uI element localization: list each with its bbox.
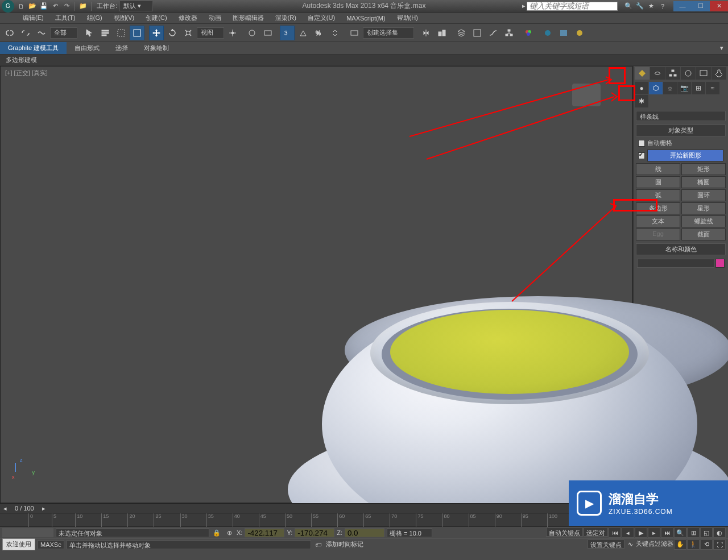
layers-icon[interactable] — [454, 26, 469, 40]
display-tab-icon[interactable] — [696, 67, 711, 80]
text-button[interactable]: 文本 — [636, 215, 680, 227]
select-scale-icon[interactable] — [181, 26, 196, 40]
rectangle-button[interactable]: 矩形 — [681, 163, 726, 175]
select-object-icon[interactable] — [82, 26, 97, 40]
ribbon-tab-paint[interactable]: 对象绘制 — [136, 42, 177, 54]
align-icon[interactable] — [435, 26, 449, 40]
cameras-subtab-icon[interactable]: 📷 — [677, 82, 691, 94]
nav-fov-icon[interactable]: ◐ — [713, 528, 726, 538]
object-name-field[interactable] — [637, 259, 714, 268]
z-coord-field[interactable] — [345, 528, 384, 537]
menu-maxscript[interactable]: MAXScript(M) — [341, 14, 391, 23]
star-button[interactable]: 星形 — [681, 202, 726, 214]
project-icon[interactable]: 📁 — [78, 1, 88, 11]
nav-walk-icon[interactable]: 🚶 — [687, 540, 700, 550]
minitracks[interactable] — [2, 528, 53, 537]
goto-end-icon[interactable]: ⏭ — [661, 528, 673, 538]
menu-views[interactable]: 视图(V) — [108, 13, 140, 23]
name-color-rollout[interactable]: 名称和颜色 — [636, 243, 726, 255]
create-tab-icon[interactable] — [635, 67, 650, 80]
maxscript-mini[interactable]: MAXSc — [38, 540, 64, 549]
key-filters-icon[interactable]: ∿ — [625, 540, 635, 550]
nav-zoom-extents-icon[interactable]: ◱ — [700, 528, 713, 538]
menu-edit[interactable]: 编辑(E) — [17, 13, 49, 23]
ribbon-tab-selection[interactable]: 选择 — [107, 42, 136, 54]
line-button[interactable]: 线 — [636, 163, 680, 175]
auto-key-button[interactable]: 自动关键点 — [546, 528, 583, 537]
autogrid-checkbox[interactable] — [638, 140, 645, 147]
infocenter-icon[interactable]: 🔍 — [623, 1, 634, 11]
menu-create[interactable]: 创建(C) — [140, 13, 172, 23]
menu-customize[interactable]: 自定义(U) — [302, 13, 341, 23]
select-by-name-icon[interactable] — [98, 26, 113, 40]
helpers-subtab-icon[interactable]: ⊞ — [692, 82, 705, 94]
shapes-subtab-icon[interactable]: ⬡ — [649, 82, 663, 94]
ngon-button[interactable]: 多边形 — [636, 202, 680, 214]
link-icon[interactable] — [2, 26, 17, 40]
transform-type-icon[interactable]: ⊕ — [224, 528, 234, 538]
select-move-icon[interactable] — [149, 26, 164, 40]
maximize-button[interactable]: ☐ — [692, 1, 710, 11]
ref-coord-dropdown[interactable]: 视图 — [197, 27, 224, 39]
utilities-tab-icon[interactable] — [712, 67, 726, 80]
save-icon[interactable]: 💾 — [39, 1, 49, 11]
donut-button[interactable]: 圆环 — [681, 189, 726, 201]
x-coord-field[interactable] — [245, 528, 284, 537]
close-button[interactable]: ✕ — [710, 1, 728, 11]
ribbon-collapse-icon[interactable]: ▾ — [720, 44, 728, 52]
object-type-rollout[interactable]: 对象类型 — [636, 125, 726, 136]
render-frame-icon[interactable] — [556, 26, 571, 40]
lights-subtab-icon[interactable]: ☼ — [663, 82, 677, 94]
timeline-next-icon[interactable]: ▸ — [39, 503, 49, 513]
help-icon[interactable]: ? — [657, 1, 668, 11]
y-coord-field[interactable] — [295, 528, 334, 537]
prev-frame-icon[interactable]: ◂ — [622, 528, 634, 538]
modify-tab-icon[interactable] — [650, 67, 665, 80]
systems-subtab-icon[interactable]: ✱ — [635, 95, 648, 107]
nav-orbit-icon[interactable]: ⟲ — [700, 540, 713, 550]
menu-animation[interactable]: 动画 — [203, 13, 227, 23]
star-icon[interactable]: ★ — [646, 1, 656, 11]
goto-start-icon[interactable]: ⏮ — [609, 528, 621, 538]
undo-icon[interactable]: ↶ — [50, 1, 60, 11]
schematic-view-icon[interactable] — [502, 26, 516, 40]
nav-maxview-icon[interactable]: ⛶ — [713, 540, 726, 550]
minimize-button[interactable]: — — [673, 1, 692, 11]
workspace-dropdown[interactable]: 默认 ▾ — [119, 1, 153, 11]
named-sel-icon[interactable] — [347, 26, 362, 40]
spacewarps-subtab-icon[interactable]: ≈ — [706, 82, 719, 94]
render-icon[interactable] — [572, 26, 587, 40]
nav-zoom-all-icon[interactable]: ⊞ — [687, 528, 700, 538]
egg-button[interactable]: Egg — [636, 229, 680, 240]
snap-toggle-icon[interactable]: 3 — [280, 26, 295, 40]
named-selection-dropdown[interactable]: 创建选择集 — [363, 27, 414, 39]
key-filters-label[interactable]: 关键点过滤器 — [636, 540, 673, 550]
section-button[interactable]: 截面 — [681, 229, 726, 240]
selection-filter-dropdown[interactable]: 全部 — [50, 27, 77, 39]
curve-editor-icon[interactable] — [486, 26, 500, 40]
percent-snap-icon[interactable]: % — [312, 26, 326, 40]
select-rotate-icon[interactable] — [165, 26, 180, 40]
pivot-icon[interactable] — [225, 26, 240, 40]
material-editor-icon[interactable] — [521, 26, 536, 40]
wrench-icon[interactable]: 🔧 — [635, 1, 645, 11]
geometry-subtab-icon[interactable]: ● — [635, 82, 648, 94]
select-region-icon[interactable] — [114, 26, 129, 40]
category-dropdown[interactable]: 样条线 — [636, 111, 726, 121]
play-icon[interactable]: ▶ — [635, 528, 647, 538]
start-new-shape-button[interactable]: 开始新图形 — [647, 150, 723, 161]
redo-icon[interactable]: ↷ — [61, 1, 72, 11]
menu-help[interactable]: 帮助(H) — [391, 13, 424, 23]
timeline-prev-icon[interactable]: ◂ — [0, 503, 10, 513]
ribbon-panel-label[interactable]: 多边形建模 — [6, 56, 37, 64]
mirror-icon[interactable] — [419, 26, 433, 40]
helix-button[interactable]: 螺旋线 — [681, 215, 726, 227]
lock-selection-icon[interactable]: 🔒 — [212, 528, 222, 538]
menu-group[interactable]: 组(G) — [81, 13, 108, 23]
object-color-swatch[interactable] — [715, 259, 725, 268]
set-key-button[interactable]: 设置关键点 — [588, 540, 624, 549]
viewport[interactable]: [+] [正交] [真实] z y x — [0, 66, 632, 503]
circle-button[interactable]: 圆 — [636, 176, 680, 188]
new-icon[interactable]: 🗋 — [16, 1, 26, 11]
add-time-tag-label[interactable]: 添加时间标记 — [326, 540, 363, 549]
